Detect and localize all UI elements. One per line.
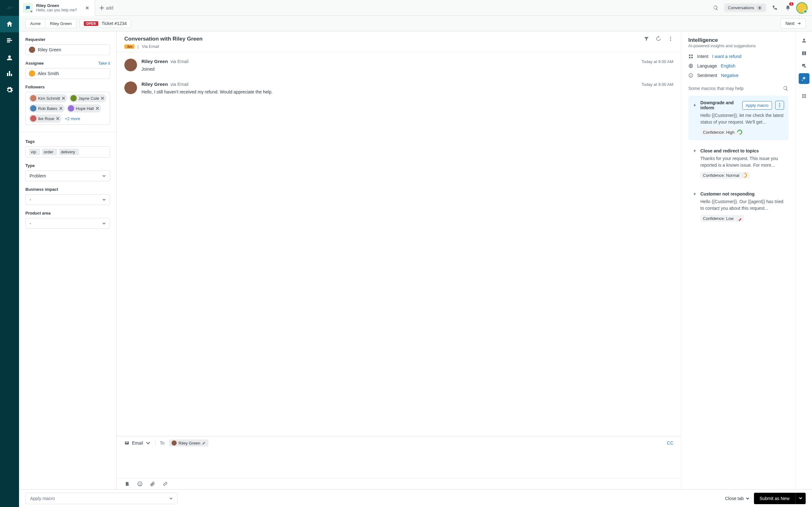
attach-icon[interactable] [150,481,155,487]
more-followers-link[interactable]: +2 more [65,116,80,121]
tag-chip[interactable]: order [42,149,57,155]
remove-icon[interactable] [96,107,99,110]
nav-reports[interactable] [0,65,19,82]
nav-customers[interactable] [0,49,19,65]
svg-rect-24 [802,97,803,98]
svg-rect-8 [689,57,691,58]
globe-icon [688,63,693,68]
link-icon[interactable] [162,481,168,487]
notification-badge: 1 [789,2,794,6]
ring-icon [741,172,748,179]
macro-card[interactable]: Close and redirect to topics Thanks for … [688,144,789,183]
composer-textarea[interactable] [117,450,681,478]
remove-icon[interactable] [56,117,60,120]
language-value[interactable]: English [721,63,735,68]
breadcrumb-person[interactable]: Riley Green [45,19,77,28]
remove-icon[interactable] [101,96,104,100]
nav-views[interactable] [0,32,19,49]
search-button[interactable] [711,3,721,13]
rail-apps[interactable] [799,91,809,101]
svg-point-17 [803,39,805,41]
svg-rect-21 [802,96,803,97]
svg-point-3 [138,482,142,486]
intent-icon [688,54,693,59]
followers-field[interactable]: Kim Schmitt Jayne Cole Rob Bates Hope Ha… [26,92,110,125]
follower-chip[interactable]: Jayne Cole [69,94,106,102]
follower-chip[interactable]: Ike Rose [29,114,61,123]
cc-button[interactable]: CC [667,441,673,446]
history-icon[interactable] [656,36,661,42]
impact-select[interactable]: - [26,194,110,205]
remove-icon[interactable] [61,96,65,100]
filter-icon[interactable] [644,36,649,42]
intel-subtitle: AI-powered insights and suggestions [688,43,789,48]
apply-macro-button[interactable]: Apply macro [742,101,772,110]
format-icon[interactable] [124,481,130,487]
svg-rect-18 [802,94,803,95]
next-button[interactable]: Next [780,18,806,29]
svg-point-13 [691,75,692,75]
svg-point-1 [670,38,671,39]
submit-button[interactable]: Submit as New [754,493,795,504]
close-tab-link[interactable]: Close tab [725,496,750,501]
svg-point-16 [779,107,780,107]
add-tab-button[interactable]: add [95,5,118,10]
rail-intelligence[interactable] [799,73,809,84]
macro-card[interactable]: Customer not responding Hello {{Customer… [688,187,789,226]
follower-chip[interactable]: Kim Schmitt [29,94,67,102]
svg-point-2 [670,40,671,41]
nav-admin[interactable] [0,82,19,98]
take-it-link[interactable]: Take it [98,61,110,66]
nav-home[interactable] [0,16,19,32]
right-rail [796,32,812,489]
ticket-tab[interactable]: Riley Green Hello, can you help me? [19,0,95,16]
assignee-field[interactable]: Alex Smith [26,68,110,79]
follower-chip[interactable]: Rob Bates [29,104,65,112]
tags-field[interactable]: vip order delivery [26,147,110,158]
intel-title: Intelligence [688,37,789,43]
sentiment-value[interactable]: Negative [721,73,739,78]
message-via: via Email [170,82,189,87]
breadcrumb-org[interactable]: Acme [26,19,45,28]
tag-chip[interactable]: delivery [59,149,79,155]
notifications-button[interactable]: 1 [783,3,793,13]
rail-knowledge[interactable] [799,48,809,59]
conversations-button[interactable]: Conversations 9 [724,3,766,12]
ticket-status[interactable]: OPEN Ticket #1234 [80,19,131,28]
rail-chat[interactable] [799,60,809,71]
apply-macro-select[interactable]: Apply macro [26,493,177,504]
submit-dropdown[interactable] [795,493,806,504]
channel-select[interactable]: Email [124,441,151,446]
bolt-icon [693,103,697,107]
to-chip[interactable]: Riley Green [169,440,209,447]
type-select[interactable]: Problem [26,170,110,181]
follower-chip[interactable]: Hope Hall [67,104,101,112]
svg-rect-9 [691,57,693,58]
macro-title: Customer not responding [700,191,784,196]
area-select[interactable]: - [26,218,110,229]
svg-rect-19 [803,94,804,95]
svg-point-4 [139,483,140,484]
macro-body: Thanks for your request. This issue you … [700,155,784,169]
intent-label: Intent [697,54,708,59]
conversation-title: Conversation with Riley Green [124,36,203,42]
remove-icon[interactable] [59,107,63,110]
macro-card[interactable]: Downgrade and inform Apply macro Hello {… [688,96,789,140]
rail-user[interactable] [799,35,809,46]
macro-more-button[interactable] [775,101,784,110]
macro-search[interactable]: Some macros that may help [688,86,789,91]
tag-chip[interactable]: vip [29,149,40,155]
brand-logo [0,0,19,16]
user-avatar[interactable] [796,2,808,14]
bolt-icon [693,149,697,153]
nav-zendesk-icon[interactable] [0,491,19,507]
requester-field[interactable]: Riley Green [26,44,110,55]
close-tab-button[interactable] [84,4,91,12]
message: Riley Green via Email Today at 9:00 AM H… [124,81,673,95]
message-author: Riley Green [142,59,168,64]
emoji-icon[interactable] [137,481,143,487]
phone-button[interactable] [769,3,780,13]
svg-rect-22 [803,96,804,97]
intent-value[interactable]: I want a refund [712,54,742,59]
more-icon[interactable] [668,36,673,42]
